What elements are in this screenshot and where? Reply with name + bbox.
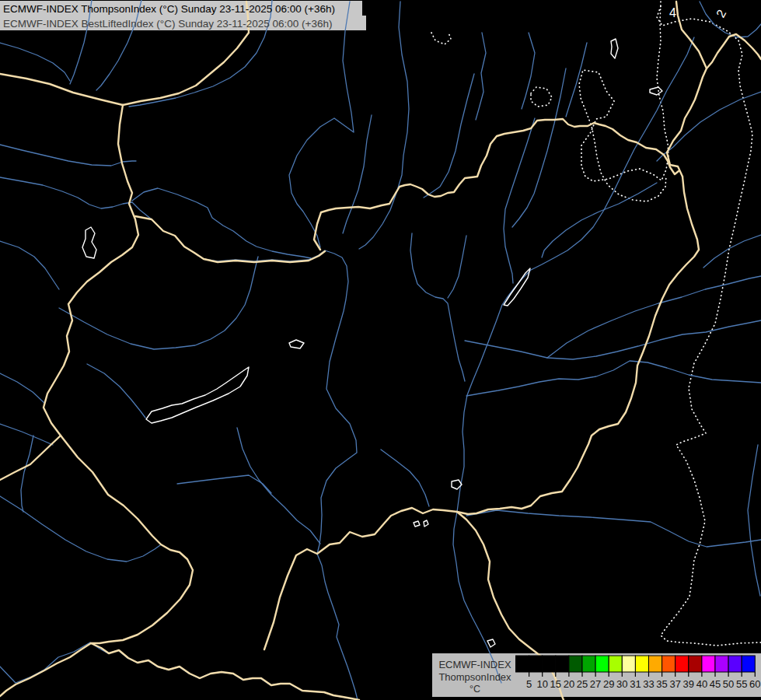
legend-color-box	[742, 656, 755, 672]
legend-tick-label: 50	[723, 678, 734, 690]
legend-color-box	[649, 656, 662, 672]
legend-tick-label: 37	[669, 678, 680, 690]
legend-tick-label: 31	[630, 678, 641, 690]
legend-tick-label: 40	[696, 678, 707, 690]
legend-color-box	[582, 656, 595, 672]
legend-tick-label: 30	[616, 678, 627, 690]
legend-tick-label: 25	[577, 678, 588, 690]
legend-color-box	[529, 656, 543, 672]
legend-tick-label: 27	[590, 678, 601, 690]
legend-unit: °C	[470, 684, 480, 695]
legend-color-box	[543, 656, 556, 672]
legend-title-line1: ECMWF-INDEX	[438, 659, 511, 670]
legend-color-box	[556, 656, 569, 672]
contour-label-4: 4	[669, 6, 676, 19]
legend-color-box	[702, 656, 715, 672]
map-background	[0, 0, 761, 700]
legend-tick-label: 5	[526, 678, 532, 690]
legend-color-box	[595, 656, 609, 672]
header-title-line2: ECMWF-INDEX BestLiftedIndex (°C) Sunday …	[3, 18, 332, 30]
weather-map-screenshot: 4 2 ECMWF-INDEX ThompsonIndex (°C) Sunda…	[0, 0, 761, 700]
legend-title-line2: ThompsonIndex	[438, 671, 511, 683]
legend-tick-label: 35	[656, 678, 667, 690]
legend-tick-label: 39	[683, 678, 694, 690]
legend-color-box	[622, 656, 635, 672]
legend-color-box	[715, 656, 728, 672]
legend-tick-label: 55	[736, 678, 747, 690]
legend-tick-label: 15	[550, 678, 561, 690]
map-canvas: 4 2 ECMWF-INDEX ThompsonIndex (°C) Sunda…	[0, 0, 761, 700]
legend-tick-label: 20	[564, 678, 574, 690]
legend-tick-label: 60	[749, 678, 760, 690]
legend-colorbar	[516, 656, 756, 672]
legend-color-box	[609, 656, 622, 672]
legend-tick-label: 45	[710, 678, 721, 690]
legend-color-box	[635, 656, 648, 672]
legend-color-box	[689, 656, 702, 672]
legend-color-box	[675, 656, 689, 672]
legend-color-box	[516, 656, 529, 672]
legend-tick-label: 33	[643, 678, 654, 690]
legend-tick-label: 10	[536, 678, 547, 690]
legend-color-box	[569, 656, 582, 672]
legend-tick-label: 29	[603, 678, 614, 690]
header-title-line1: ECMWF-INDEX ThompsonIndex (°C) Sunday 23…	[3, 3, 335, 15]
legend-color-box	[728, 656, 742, 672]
legend-color-box	[662, 656, 675, 672]
